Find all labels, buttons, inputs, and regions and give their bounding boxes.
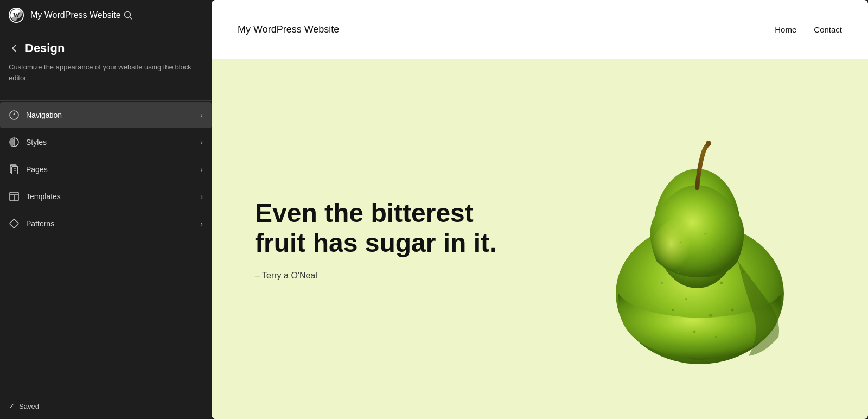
search-button[interactable] (121, 8, 135, 22)
hero-attribution: – Terry a O'Neal (255, 271, 825, 281)
sidebar-item-templates[interactable]: Templates › (0, 183, 212, 210)
sidebar-item-pages[interactable]: Pages › (0, 156, 212, 182)
sidebar-item-styles[interactable]: Styles › (0, 129, 212, 155)
wordpress-logo: W (9, 8, 24, 23)
svg-text:W: W (13, 11, 20, 19)
patterns-icon (9, 218, 20, 229)
sidebar-footer: ✓ Saved (0, 393, 212, 419)
pages-icon (9, 164, 20, 175)
saved-check-icon: ✓ (9, 402, 15, 410)
pages-chevron: › (200, 165, 203, 174)
svg-point-23 (709, 314, 712, 317)
templates-icon (9, 191, 20, 202)
sidebar: W My WordPress Website Design Customize … (0, 0, 212, 419)
svg-rect-6 (10, 138, 14, 147)
preview-area: My WordPress Website Home Contact Even t… (212, 0, 868, 419)
nav-contact[interactable]: Contact (814, 25, 842, 34)
styles-label: Styles (26, 138, 200, 147)
svg-point-28 (693, 331, 696, 333)
pages-svg (9, 164, 19, 174)
design-description: Customize the appearance of your website… (9, 62, 203, 83)
navigation-chevron: › (200, 111, 203, 119)
hero-quote: Even the bitterest fruit has sugar in it… (255, 198, 526, 258)
navigation-svg (9, 110, 19, 120)
svg-point-22 (685, 298, 687, 300)
site-header: My WordPress Website Home Contact (212, 0, 868, 60)
svg-point-4 (10, 111, 18, 119)
patterns-label: Patterns (26, 219, 200, 228)
patterns-chevron: › (200, 219, 203, 228)
svg-point-26 (661, 282, 663, 284)
styles-icon (9, 137, 20, 148)
styles-svg (9, 137, 19, 147)
svg-point-25 (731, 309, 734, 312)
pages-label: Pages (26, 165, 200, 174)
styles-chevron: › (200, 138, 203, 147)
svg-point-21 (720, 282, 723, 284)
svg-point-29 (715, 336, 717, 338)
back-button[interactable] (9, 43, 20, 54)
svg-point-24 (672, 309, 674, 311)
sidebar-header: W My WordPress Website (0, 0, 212, 30)
templates-chevron: › (200, 192, 203, 201)
hero-section: Even the bitterest fruit has sugar in it… (212, 60, 868, 419)
site-brand: My WordPress Website (238, 24, 339, 35)
sidebar-item-navigation[interactable]: Navigation › (0, 102, 212, 128)
menu-list: Navigation › Styles › (0, 100, 212, 238)
site-title: My WordPress Website (30, 10, 121, 20)
hero-text: Even the bitterest fruit has sugar in it… (255, 198, 825, 281)
svg-point-2 (124, 11, 130, 17)
search-icon (123, 10, 133, 20)
svg-rect-15 (10, 219, 19, 228)
templates-svg (9, 192, 19, 201)
patterns-svg (9, 219, 19, 228)
svg-point-19 (706, 141, 711, 146)
navigation-label: Navigation (26, 111, 200, 119)
nav-home[interactable]: Home (775, 25, 796, 34)
design-title: Design (25, 41, 65, 55)
templates-label: Templates (26, 192, 200, 201)
saved-label: Saved (19, 402, 39, 410)
design-header: Design (9, 41, 203, 55)
sidebar-item-patterns[interactable]: Patterns › (0, 211, 212, 237)
design-section: Design Customize the appearance of your … (0, 30, 212, 92)
navigation-icon (9, 110, 20, 120)
back-icon (9, 43, 20, 54)
svg-line-3 (130, 17, 132, 19)
site-nav: Home Contact (775, 25, 842, 34)
